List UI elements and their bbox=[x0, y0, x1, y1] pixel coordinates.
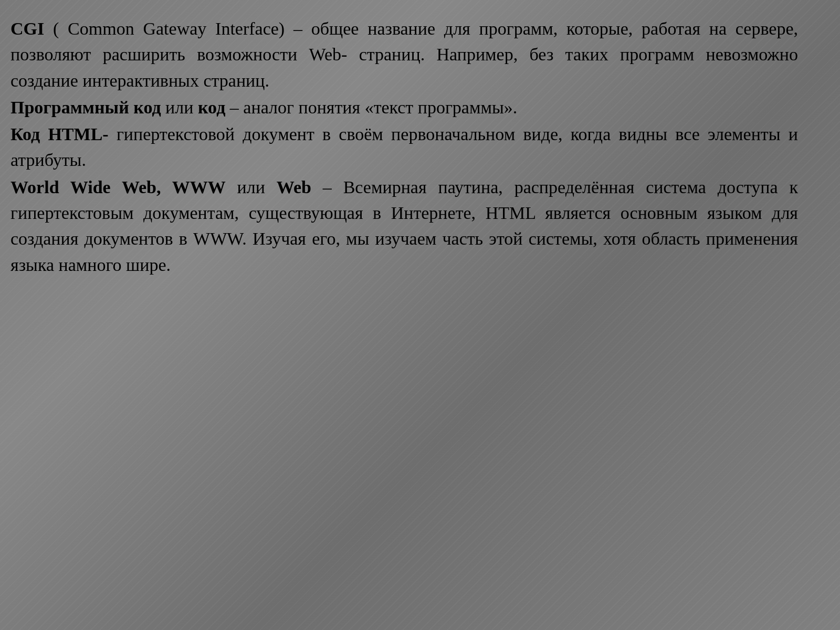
main-content: CGI ( Common Gateway Interface) – общее … bbox=[0, 0, 819, 300]
cgi-paragraph: CGI ( Common Gateway Interface) – общее … bbox=[10, 16, 798, 93]
code-paragraph: Программный код или код – аналог понятия… bbox=[10, 94, 798, 120]
www-paragraph: World Wide Web, WWW или Web – Всемирная … bbox=[10, 174, 798, 278]
html-code-paragraph: Код HTML- гипертекстовой документ в своё… bbox=[10, 121, 798, 173]
